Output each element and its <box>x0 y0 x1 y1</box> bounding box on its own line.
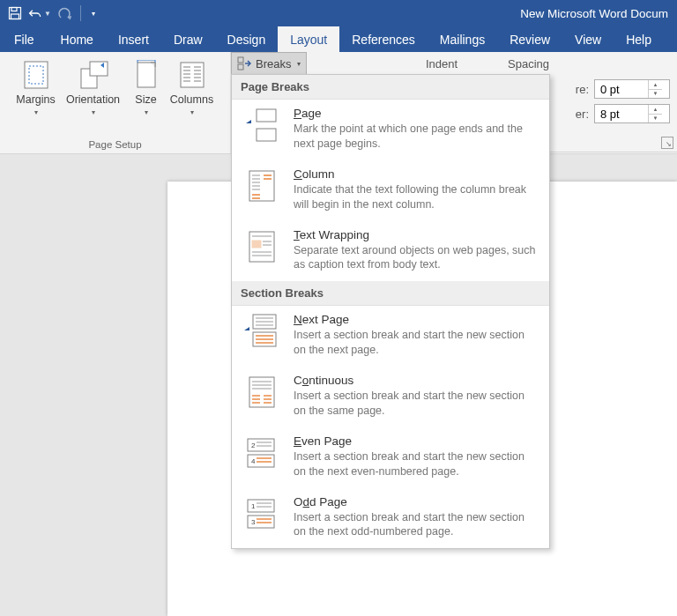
tab-review[interactable]: Review <box>497 26 562 52</box>
size-button[interactable]: Size ▾ <box>129 56 164 120</box>
svg-text:1: 1 <box>251 502 256 510</box>
tab-home[interactable]: Home <box>48 26 106 52</box>
indent-heading-visible: Indent <box>426 57 458 71</box>
spacing-after-input[interactable]: ▲▼ <box>594 104 670 123</box>
tab-insert[interactable]: Insert <box>106 26 161 52</box>
spacing-after-label: er: <box>576 108 589 121</box>
break-option-title: Page <box>294 107 539 120</box>
break-option-column[interactable]: Column Indicate that the text following … <box>232 160 549 221</box>
svg-rect-37 <box>252 241 261 248</box>
spacing-before-label: re: <box>576 83 589 96</box>
tab-references[interactable]: References <box>339 26 428 52</box>
breaks-dropdown: Page Breaks Page Mark the point at which… <box>231 74 550 549</box>
svg-text:3: 3 <box>251 518 256 526</box>
break-option-desc: Insert a section break and start the new… <box>294 510 539 540</box>
quick-access-toolbar: ▼ ▾ <box>4 2 101 25</box>
break-option-text-wrapping[interactable]: Text Wrapping Separate text around objec… <box>232 221 549 282</box>
spacing-before-input[interactable]: ▲▼ <box>594 79 670 99</box>
document-title: New Microsoft Word Docum <box>520 7 673 20</box>
orientation-icon <box>78 59 109 91</box>
tab-design[interactable]: Design <box>215 26 279 52</box>
svg-rect-2 <box>11 14 19 19</box>
spin-up-icon[interactable]: ▲ <box>649 105 662 115</box>
break-option-title: Odd Page <box>294 495 539 508</box>
svg-rect-23 <box>238 64 243 70</box>
dialog-launcher-button[interactable]: ↘ <box>661 137 673 149</box>
svg-rect-11 <box>181 63 204 87</box>
dropdown-heading-section-breaks: Section Breaks <box>232 281 549 306</box>
tab-draw[interactable]: Draw <box>161 26 215 52</box>
break-option-desc: Indicate that the text following the col… <box>294 182 539 212</box>
redo-button[interactable] <box>53 2 76 25</box>
spacing-after-field[interactable] <box>595 105 648 122</box>
undo-icon <box>28 6 42 20</box>
break-option-continuous[interactable]: Continuous Insert a section break and st… <box>232 367 549 427</box>
odd-page-icon: 1 3 <box>242 495 281 532</box>
tab-mailings[interactable]: Mailings <box>428 26 497 52</box>
next-page-icon <box>242 313 281 350</box>
dropdown-heading-page-breaks: Page Breaks <box>232 75 549 100</box>
break-option-next-page[interactable]: Next Page Insert a section break and sta… <box>232 306 549 367</box>
margins-icon <box>20 59 52 91</box>
size-icon <box>130 59 162 91</box>
spacing-heading: Spacing <box>508 57 549 71</box>
break-option-title: Continuous <box>294 374 539 387</box>
svg-text:4: 4 <box>251 457 256 465</box>
break-option-title: Next Page <box>294 313 539 326</box>
undo-button[interactable]: ▼ <box>28 2 51 25</box>
orientation-button[interactable]: Orientation ▾ <box>62 56 125 120</box>
svg-text:2: 2 <box>251 442 256 449</box>
svg-rect-22 <box>238 57 243 63</box>
breaks-label: Breaks <box>256 57 291 71</box>
customize-qat-button[interactable]: ▾ <box>86 2 101 25</box>
column-break-icon <box>242 167 281 204</box>
svg-rect-1 <box>11 8 17 11</box>
breaks-icon <box>237 56 251 71</box>
group-paragraph: Indent Spacing Indent re: ▲▼ er: ▲▼ ↘ <box>545 52 677 152</box>
break-option-page[interactable]: Page Mark the point at which one page en… <box>232 100 549 160</box>
break-option-title: Column <box>294 167 539 181</box>
break-option-desc: Insert a section break and start the new… <box>294 328 539 358</box>
chevron-down-icon: ▾ <box>297 60 301 68</box>
break-option-desc: Insert a section break and start the new… <box>294 389 539 419</box>
break-option-desc: Mark the point at which one page ends an… <box>294 122 539 152</box>
group-label-page-setup: Page Setup <box>5 139 225 152</box>
svg-rect-7 <box>138 63 155 87</box>
group-page-setup: Margins ▾ Orientation ▾ Size ▾ <box>0 52 231 153</box>
text-wrapping-icon <box>242 228 281 265</box>
continuous-icon <box>242 374 281 411</box>
page-break-icon <box>242 107 281 144</box>
break-option-desc: Insert a section break and start the new… <box>294 449 539 479</box>
save-button[interactable] <box>4 2 26 25</box>
tab-help[interactable]: Help <box>614 26 664 52</box>
spin-down-icon[interactable]: ▼ <box>649 90 662 99</box>
margins-button[interactable]: Margins ▾ <box>14 56 58 120</box>
ribbon-tabs: File Home Insert Draw Design Layout Refe… <box>0 26 677 52</box>
break-option-odd-page[interactable]: 1 3 Odd Page Insert a section break and … <box>232 488 549 549</box>
break-option-title: Text Wrapping <box>294 228 539 241</box>
spacing-before-field[interactable] <box>595 80 648 98</box>
columns-icon <box>176 59 208 91</box>
break-option-title: Even Page <box>294 434 539 448</box>
tab-layout[interactable]: Layout <box>278 26 339 52</box>
svg-rect-6 <box>90 62 108 76</box>
save-icon <box>8 6 22 20</box>
even-page-icon: 2 4 <box>242 434 281 471</box>
tab-view[interactable]: View <box>562 26 614 52</box>
break-option-desc: Separate text around objects on web page… <box>294 243 539 273</box>
columns-button[interactable]: Columns ▾ <box>167 56 217 120</box>
redo-icon <box>57 6 71 20</box>
spin-down-icon[interactable]: ▼ <box>649 115 662 123</box>
svg-rect-24 <box>257 109 276 122</box>
svg-rect-25 <box>257 129 276 141</box>
tab-file[interactable]: File <box>0 26 48 52</box>
spin-up-icon[interactable]: ▲ <box>649 80 662 90</box>
break-option-even-page[interactable]: 2 4 Even Page Insert a section break and… <box>232 427 549 488</box>
title-bar: ▼ ▾ New Microsoft Word Docum <box>0 0 677 26</box>
breaks-button[interactable]: Breaks ▾ <box>231 52 307 75</box>
